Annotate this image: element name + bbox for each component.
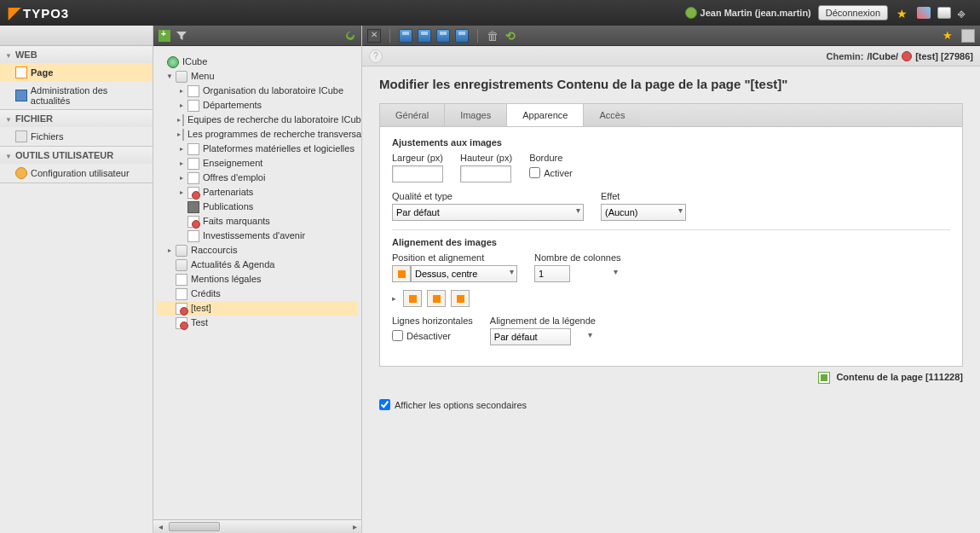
layout-opt-1[interactable] [403,290,422,307]
content-record-link[interactable]: Contenu de la page [111228] [379,372,963,384]
tab-images[interactable]: Images [445,104,507,126]
tree-page[interactable]: Investissements d'avenir [157,229,358,243]
position-layout-options[interactable]: ▸ [392,290,517,307]
close-icon[interactable] [367,29,381,43]
tab-bar: Général Images Apparence Accès [379,103,963,126]
hidden-page-icon [187,187,199,199]
label-width: Largeur (px) [392,153,443,163]
tree-page[interactable]: Faits marquants [157,214,358,229]
help-icon[interactable]: ? [369,49,383,63]
workspaces-icon[interactable] [937,7,951,19]
module-group-fichier[interactable]: FICHIER [0,110,153,127]
module-toolbar [0,26,153,46]
new-page-icon[interactable] [159,30,170,42]
label-position: Position et alignement [392,252,517,263]
tab-access[interactable]: Accès [584,104,640,126]
external-link-icon [187,201,199,213]
content-area: 🗑 ⟲ ★ ? Chemin: /ICube/ [test] [27986] M… [362,26,980,533]
checkbox-hr-deactivate[interactable] [392,330,403,341]
module-group-outils utilisateur[interactable]: OUTILS UTILISATEUR [0,147,153,164]
tree-page[interactable]: ▸Les programmes de recherche transversau… [157,127,358,142]
layout-opt-3[interactable] [451,290,470,307]
tree-page-test-selected[interactable]: [test] [157,301,358,316]
bookmark-doc-icon[interactable]: ★ [943,29,956,43]
folder-icon [176,259,187,271]
refresh-icon[interactable] [344,30,356,42]
save-view-icon[interactable] [418,29,431,43]
label-hr-deactivate: Désactiver [406,331,451,341]
tree-page-test2[interactable]: Test [157,316,358,330]
tree-page[interactable]: ▸Equipes de recherche du laboratoire ICu… [157,113,358,127]
tree-page[interactable]: ▸Enseignement [157,156,358,171]
page-icon [176,288,187,300]
checkbox-secondary-options[interactable] [379,399,390,410]
page-title: Modifier les enregistrements Contenu de … [379,77,963,91]
path-bar: ? Chemin: /ICube/ [test] [27986] [362,46,980,67]
news-icon [15,90,27,101]
tab-appearance[interactable]: Apparence [507,104,584,126]
tree-page-credits[interactable]: Crédits [157,287,358,301]
module-group-web[interactable]: WEB [0,46,153,63]
position-preview-icon [392,265,411,282]
select-cols[interactable]: 1 [534,265,570,282]
folder-icon [176,245,187,257]
tree-page[interactable]: Publications [157,200,358,214]
label-quality: Qualité et type [392,191,584,201]
page-icon [15,67,27,78]
tree-root[interactable]: ICube [157,55,358,69]
layout-opt-2[interactable] [427,290,446,307]
label-border-activate: Activer [544,168,573,178]
hidden-page-path-icon [902,51,912,61]
delete-icon[interactable]: 🗑 [487,29,500,43]
filter-icon[interactable] [176,30,187,42]
select-legend[interactable]: Par défaut [490,328,571,345]
tree-page[interactable]: ▸Plateformes matérielles et logicielles [157,142,358,156]
top-bar: ◤ TYPO3 Jean Martin (jean.martin) Déconn… [0,0,980,26]
select-quality[interactable]: Par défaut [392,204,584,221]
tree-folder-actus[interactable]: Actualités & Agenda [157,258,358,272]
page-icon [182,129,184,141]
label-cols: Nombre de colonnes [534,252,621,263]
path-root[interactable]: /ICube/ [867,51,898,61]
fullscreen-icon[interactable] [961,29,975,43]
page-icon [187,143,199,155]
select-effect[interactable]: (Aucun) [601,204,686,221]
module-column: WEBPageAdministration des actualitésFICH… [0,26,153,533]
module-item[interactable]: Page [0,63,153,82]
cache-icon[interactable] [917,7,931,19]
page-icon [182,114,184,126]
tree-page-mentions[interactable]: Mentions légales [157,272,358,287]
select-position[interactable]: Dessus, centre [411,265,517,282]
save-new-icon[interactable] [455,29,469,43]
module-item[interactable]: Fichiers [0,127,153,146]
logout-button[interactable]: Déconnexion [818,5,888,20]
module-item[interactable]: Configuration utilisateur [0,164,153,182]
tab-general[interactable]: Général [380,104,445,126]
logo-mark-icon: ◤ [9,3,21,22]
save-icon[interactable] [399,29,412,43]
brand-logo: ◤ TYPO3 [9,3,69,22]
tree-h-scrollbar[interactable]: ◂▸ [153,519,361,533]
page-tree[interactable]: ICube ▼ Menu ▸Organisation du laboratoir… [153,46,361,519]
path-page[interactable]: [test] [27986] [915,51,973,61]
tree-toolbar [153,26,361,46]
module-item[interactable]: Administration des actualités [0,82,153,109]
shortcut-icon[interactable]: ⎆ [958,7,971,19]
brand-text: TYPO3 [23,6,69,20]
page-icon [187,158,199,170]
user-info[interactable]: Jean Martin (jean.martin) [685,7,811,19]
save-close-icon[interactable] [436,29,450,43]
tree-page[interactable]: ▸Organisation du laboratoire ICube [157,84,358,98]
tree-page[interactable]: ▸Départements [157,98,358,113]
checkbox-border-activate[interactable] [529,167,540,178]
bookmark-icon[interactable]: ★ [896,7,910,19]
tree-page[interactable]: ▸Offres d'emploi [157,171,358,185]
tree-folder-raccourcis[interactable]: ▸ Raccourcis [157,243,358,258]
input-height[interactable] [460,165,511,182]
tab-panel-appearance: Ajustements aux images Largeur (px) Haut… [379,126,963,367]
hidden-page-icon [176,303,187,315]
undo-icon[interactable]: ⟲ [505,29,519,43]
tree-page[interactable]: ▸Partenariats [157,185,358,200]
tree-folder-menu[interactable]: ▼ Menu [157,69,358,84]
input-width[interactable] [392,165,443,182]
